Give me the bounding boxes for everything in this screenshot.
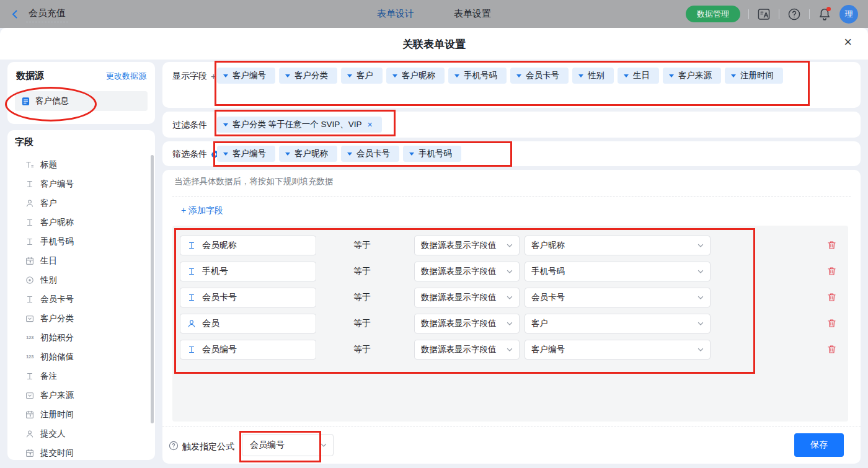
field-item[interactable]: 手机号码: [25, 232, 143, 251]
field-tag[interactable]: 性别: [572, 68, 614, 84]
rule-field-box[interactable]: 会员卡号: [180, 288, 316, 307]
tab-form-design[interactable]: 表单设计: [377, 8, 414, 20]
user-field-icon: [25, 198, 35, 208]
field-item[interactable]: 注册时间: [25, 405, 143, 424]
divider: [748, 9, 749, 19]
equals-label: 等于: [353, 240, 371, 251]
fields-scrollbar[interactable]: [151, 155, 154, 423]
datasource-item[interactable]: 客户信息: [15, 91, 148, 111]
fields-panel: 字段 标题 客户编号 客户 客户昵称 手机号码 生日 性别 会员卡号 客户分类 …: [7, 130, 155, 460]
field-item[interactable]: 生日: [25, 251, 143, 270]
field-item[interactable]: 客户来源: [25, 386, 143, 405]
field-item[interactable]: 客户昵称: [25, 213, 143, 232]
chevron-down-icon: [506, 268, 513, 275]
field-item[interactable]: 会员卡号: [25, 289, 143, 309]
field-tag[interactable]: 注册时间: [725, 68, 783, 84]
trash-icon[interactable]: [827, 241, 836, 250]
bell-icon[interactable]: [818, 7, 831, 21]
rule-field-box[interactable]: 会员: [180, 314, 316, 333]
source-select[interactable]: 数据源表显示字段值: [414, 340, 520, 360]
field-tag[interactable]: 客户来源: [663, 68, 721, 84]
source-select[interactable]: 数据源表显示字段值: [414, 288, 520, 307]
filter-label: 过滤条件: [172, 120, 207, 131]
trash-icon[interactable]: [827, 267, 836, 276]
divider: [809, 9, 810, 19]
datasource-panel: 数据源 更改数据源 客户信息: [7, 62, 155, 124]
value-select[interactable]: 客户: [525, 314, 711, 333]
field-tag[interactable]: 生日: [618, 68, 659, 84]
field-item[interactable]: 123 初始储值: [25, 347, 143, 366]
rule-row: 会员编号 等于 数据源表显示字段值 客户编号: [172, 340, 848, 360]
radio-field-icon: [25, 275, 35, 285]
translate-icon[interactable]: [757, 7, 771, 21]
source-select[interactable]: 数据源表显示字段值: [414, 314, 520, 333]
field-tag[interactable]: 客户编号: [217, 68, 275, 84]
rule-row: 会员昵称 等于 数据源表显示字段值 客户昵称: [172, 236, 848, 255]
tab-form-settings[interactable]: 表单设置: [454, 8, 491, 20]
field-item[interactable]: 标题: [25, 155, 143, 174]
field-tag[interactable]: 客户分类: [279, 68, 337, 84]
value-select[interactable]: 手机号码: [525, 262, 711, 281]
rules-hint: 当选择具体数据后，将按如下规则填充数据: [174, 176, 334, 187]
fields-title: 字段: [15, 136, 33, 148]
field-tag[interactable]: 会员卡号: [341, 146, 399, 162]
trash-icon[interactable]: [827, 293, 836, 302]
change-datasource-link[interactable]: 更改数据源: [106, 71, 146, 82]
chevron-down-icon: [506, 320, 513, 327]
caret-down-icon: [223, 152, 228, 158]
data-manage-button[interactable]: 数据管理: [686, 6, 740, 22]
chevron-down-icon: [697, 242, 704, 249]
add-display-field-button[interactable]: +: [211, 71, 216, 81]
number-field-icon: 123: [25, 333, 35, 343]
add-field-link[interactable]: + 添加字段: [181, 205, 223, 216]
field-item[interactable]: 客户编号: [25, 174, 143, 193]
caret-down-icon: [409, 152, 414, 158]
filter-condition-tag[interactable]: 客户分类 等于任意一个 SVIP、VIP ×: [217, 117, 382, 133]
field-item[interactable]: 客户分类: [25, 309, 143, 328]
field-item[interactable]: 提交人: [25, 424, 143, 443]
save-button[interactable]: 保存: [794, 433, 844, 457]
form-name[interactable]: 会员充值: [26, 6, 68, 22]
datasource-title: 数据源: [16, 70, 44, 82]
rule-field-box[interactable]: 会员昵称: [180, 236, 316, 255]
close-icon[interactable]: ×: [844, 35, 852, 49]
trash-icon[interactable]: [827, 345, 836, 354]
value-select[interactable]: 客户编号: [525, 340, 711, 360]
equals-label: 等于: [353, 344, 371, 355]
caret-down-icon: [669, 74, 674, 80]
source-select[interactable]: 数据源表显示字段值: [414, 262, 520, 281]
field-item[interactable]: 提交时间: [25, 443, 143, 462]
field-tag[interactable]: 手机号码: [403, 146, 461, 162]
field-tag[interactable]: 客户: [341, 68, 383, 84]
text-field-icon: [187, 241, 197, 250]
field-tag[interactable]: 客户编号: [217, 146, 275, 162]
field-tag[interactable]: 手机号码: [448, 68, 507, 84]
avatar[interactable]: 理: [839, 5, 858, 24]
field-item[interactable]: 备注: [25, 366, 143, 386]
fields-list: 标题 客户编号 客户 客户昵称 手机号码 生日 性别 会员卡号 客户分类 123…: [25, 155, 143, 462]
field-item[interactable]: 性别: [25, 270, 143, 289]
equals-label: 等于: [353, 266, 371, 277]
value-select[interactable]: 客户昵称: [525, 236, 711, 255]
field-item[interactable]: 123 初始积分: [25, 328, 143, 347]
back-icon[interactable]: [10, 9, 20, 19]
title-icon: [25, 160, 35, 170]
help-circle-icon[interactable]: [169, 441, 179, 451]
formula-select[interactable]: 会员编号: [242, 434, 334, 456]
field-tag[interactable]: 会员卡号: [510, 68, 569, 84]
caret-down-icon: [392, 74, 397, 80]
source-select[interactable]: 数据源表显示字段值: [414, 236, 520, 255]
trash-icon[interactable]: [827, 319, 836, 328]
rule-field-box[interactable]: 手机号: [180, 262, 316, 281]
rule-row: 手机号 等于 数据源表显示字段值 手机号码: [172, 262, 848, 281]
remove-filter-icon[interactable]: ×: [368, 120, 373, 130]
field-tag[interactable]: 客户昵称: [386, 68, 445, 84]
value-select[interactable]: 会员卡号: [525, 288, 711, 307]
screening-tags: 客户编号 客户昵称 会员卡号 手机号码: [217, 146, 805, 162]
help-icon[interactable]: [787, 7, 801, 21]
caret-down-icon: [285, 74, 290, 80]
field-item[interactable]: 客户: [25, 193, 143, 213]
rule-field-box[interactable]: 会员编号: [180, 340, 316, 360]
chevron-down-icon: [697, 346, 704, 353]
field-tag[interactable]: 客户昵称: [279, 146, 337, 162]
